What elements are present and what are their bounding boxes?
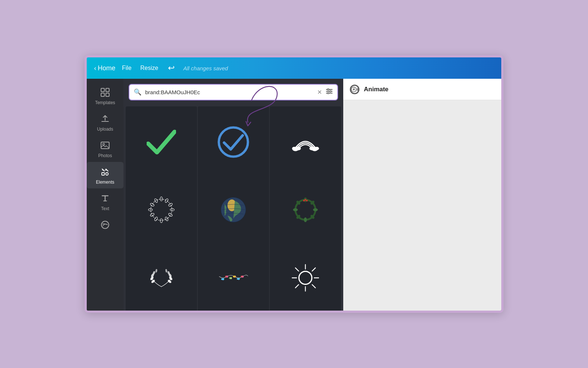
right-panel-body [343, 100, 501, 311]
sidebar-item-text[interactable]: Text [87, 188, 123, 215]
grid-item-wreath-holly[interactable] [270, 174, 341, 245]
svg-point-64 [234, 275, 236, 277]
grid-item-laurel[interactable] [126, 242, 197, 311]
svg-point-18 [292, 147, 297, 150]
svg-rect-67 [221, 278, 222, 280]
svg-point-30 [154, 217, 158, 222]
text-label: Text [101, 206, 109, 211]
svg-point-66 [241, 275, 244, 277]
sidebar-item-uploads[interactable]: Uploads [87, 109, 123, 135]
svg-point-32 [148, 209, 153, 211]
svg-point-26 [170, 209, 174, 211]
resize-menu[interactable]: Resize [140, 65, 158, 71]
svg-point-24 [165, 198, 169, 203]
svg-point-61 [222, 278, 224, 280]
svg-rect-0 [101, 88, 104, 92]
grid-item-checkmark-blue[interactable] [198, 106, 269, 178]
main-area: Templates Uploads [87, 79, 501, 311]
photos-icon [100, 141, 110, 152]
sidebar-item-more[interactable] [87, 215, 123, 235]
search-input[interactable] [145, 89, 313, 95]
svg-rect-70 [233, 276, 234, 277]
svg-line-78 [295, 268, 299, 271]
svg-rect-6 [102, 173, 104, 175]
search-filter-button[interactable] [326, 88, 333, 97]
grid-item-checkmark-green[interactable] [126, 106, 197, 178]
svg-point-8 [101, 221, 109, 229]
content-panel: 🔍 ✕ [123, 79, 343, 311]
svg-rect-1 [106, 88, 109, 92]
svg-point-22 [151, 199, 172, 221]
svg-rect-2 [101, 93, 104, 96]
svg-line-80 [312, 268, 315, 271]
text-icon [100, 194, 110, 205]
home-label[interactable]: Home [98, 64, 115, 72]
uploads-icon [100, 114, 110, 125]
search-bar-container: 🔍 ✕ [123, 79, 343, 105]
svg-point-63 [230, 277, 232, 279]
svg-point-60 [165, 269, 167, 272]
svg-point-46 [293, 208, 298, 211]
grid-item-garland[interactable] [198, 242, 269, 311]
sidebar-item-templates[interactable]: Templates [87, 82, 123, 109]
svg-point-23 [160, 197, 162, 201]
app-frame: ‹ Home File Resize ↩ All changes saved [85, 55, 503, 313]
grid-item-sun[interactable] [270, 242, 341, 311]
back-home-button[interactable]: ‹ Home [94, 64, 115, 72]
svg-point-27 [168, 213, 173, 217]
svg-point-5 [103, 144, 105, 145]
svg-point-62 [226, 275, 228, 277]
right-panel: Animate [343, 79, 501, 311]
undo-button[interactable]: ↩ [168, 63, 175, 73]
templates-icon [100, 88, 110, 99]
svg-point-65 [237, 278, 240, 280]
file-menu[interactable]: File [122, 65, 132, 71]
save-status: All changes saved [183, 65, 228, 71]
svg-line-79 [312, 284, 315, 288]
svg-point-49 [306, 200, 308, 202]
animate-bar: Animate [343, 79, 501, 100]
svg-point-13 [330, 91, 331, 92]
svg-point-55 [155, 269, 157, 272]
search-bar: 🔍 ✕ [129, 84, 338, 100]
grid-item-wreath-simple[interactable] [126, 174, 197, 245]
svg-rect-71 [237, 278, 238, 279]
svg-rect-69 [229, 277, 230, 279]
svg-point-14 [327, 92, 329, 94]
topbar-nav: File Resize [122, 65, 158, 71]
elements-grid [123, 105, 343, 311]
grid-item-rainbow[interactable] [270, 106, 341, 178]
svg-line-81 [295, 284, 299, 288]
sidebar-item-elements[interactable]: Elements [87, 162, 123, 188]
more-icon [100, 220, 110, 231]
svg-point-29 [160, 219, 162, 223]
photos-label: Photos [98, 153, 112, 158]
svg-point-44 [304, 217, 307, 222]
svg-point-12 [327, 89, 329, 90]
topbar: ‹ Home File Resize ↩ All changes saved [87, 57, 501, 79]
search-icon: 🔍 [134, 88, 141, 96]
sidebar-item-photos[interactable]: Photos [87, 135, 123, 162]
templates-label: Templates [95, 100, 115, 105]
svg-rect-4 [101, 142, 109, 149]
svg-point-42 [313, 208, 318, 211]
animate-icon [350, 85, 359, 94]
svg-point-73 [299, 271, 312, 284]
elements-label: Elements [96, 180, 114, 185]
animate-label[interactable]: Animate [364, 86, 388, 93]
svg-point-50 [303, 200, 305, 202]
svg-rect-72 [241, 276, 242, 277]
back-arrow-icon: ‹ [94, 64, 96, 72]
sidebar: Templates Uploads [87, 79, 123, 311]
svg-rect-3 [106, 93, 109, 96]
svg-point-20 [309, 146, 315, 150]
elements-icon [100, 167, 110, 178]
grid-item-globe[interactable] [198, 174, 269, 245]
svg-rect-68 [225, 276, 226, 277]
svg-point-48 [305, 199, 306, 201]
svg-point-33 [150, 203, 155, 207]
search-clear-button[interactable]: ✕ [317, 89, 322, 96]
uploads-label: Uploads [97, 127, 113, 132]
svg-point-25 [168, 203, 173, 207]
svg-point-7 [106, 173, 108, 175]
